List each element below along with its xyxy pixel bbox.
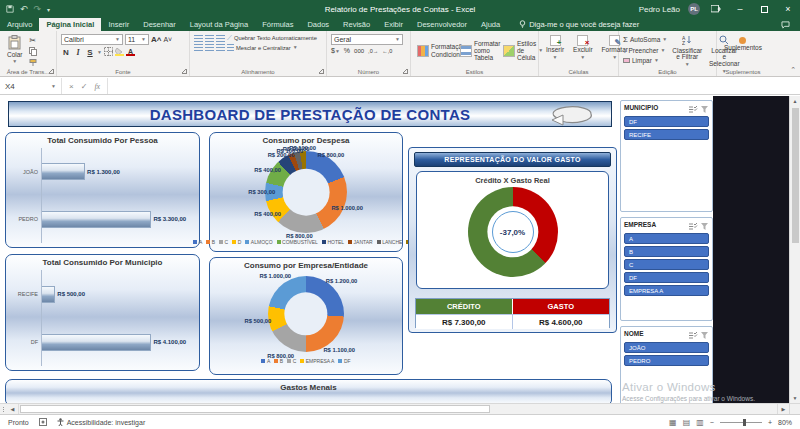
slicer-item[interactable]: PEDRO	[624, 355, 709, 366]
copy-icon[interactable]	[29, 47, 37, 57]
font-color-icon[interactable]: A	[126, 48, 135, 56]
menu-tab[interactable]: Desenhar	[136, 18, 183, 31]
scroll-up-icon[interactable]: ▲	[793, 96, 798, 106]
borders-icon[interactable]	[104, 47, 113, 57]
accessibility-status[interactable]: Acessibilidade: investigar	[57, 418, 146, 426]
format-as-table-button[interactable]: Formatar como Tabela▼	[458, 34, 498, 67]
cut-icon[interactable]: ✂	[29, 36, 36, 45]
formula-input[interactable]	[108, 78, 800, 94]
scroll-left-icon[interactable]: ◀	[7, 406, 18, 412]
font-name-select[interactable]: Calibri▼	[61, 34, 123, 45]
menu-tab[interactable]: Fórmulas	[255, 18, 300, 31]
horizontal-scroll-thumb[interactable]	[20, 405, 490, 413]
dashboard-banner[interactable]: DASHBOARD DE PRESTAÇÃO DE CONTAS	[8, 101, 612, 127]
page-layout-view-icon[interactable]: ▤	[683, 418, 691, 427]
indent-icon[interactable]	[227, 44, 234, 51]
multi-select-icon[interactable]	[689, 217, 698, 234]
comment-icon[interactable]	[781, 18, 800, 31]
italic-button[interactable]: I	[73, 48, 83, 57]
align-top-icon[interactable]	[194, 35, 203, 42]
slicer-municipio[interactable]: MUNICIPIODFRECIFE	[620, 100, 713, 212]
insert-cells-button[interactable]: + Inserir▼	[543, 34, 567, 67]
decrease-decimal-icon[interactable]: ←,0	[382, 48, 392, 54]
avatar[interactable]: PL	[688, 3, 700, 15]
cell-styles-button[interactable]: Estilos de Célula▼	[501, 34, 541, 67]
menu-tab[interactable]: Arquivo	[0, 18, 39, 31]
restore-button[interactable]	[756, 0, 772, 18]
align-bottom-icon[interactable]	[216, 35, 225, 42]
slicer-item[interactable]: JOÃO	[624, 342, 709, 353]
addins-button[interactable]: Suplementos	[721, 34, 765, 67]
scroll-down-icon[interactable]: ▼	[793, 393, 798, 403]
format-painter-icon[interactable]	[29, 59, 37, 68]
percent-icon[interactable]: %	[344, 47, 350, 54]
gauge-card[interactable]: Crédito X Gasto Real -37,0%	[416, 171, 609, 289]
multi-select-icon[interactable]	[689, 326, 698, 343]
fill-button[interactable]: ↓Preencher▼	[623, 47, 667, 54]
number-format-select[interactable]: Geral▼	[331, 34, 403, 45]
dialog-launcher-icon[interactable]	[403, 69, 408, 74]
chart-total-por-municipio[interactable]: Total Consumido Por Municipio RECIFER$ 5…	[5, 254, 200, 371]
menu-tab[interactable]: Dados	[300, 18, 336, 31]
zoom-slider[interactable]	[720, 422, 762, 423]
menu-tab[interactable]: Exibir	[377, 18, 410, 31]
orientation-icon[interactable]: ⟋	[227, 34, 232, 42]
menu-tab[interactable]: Layout da Página	[183, 18, 255, 31]
name-box[interactable]: X4▼	[0, 78, 62, 94]
menu-tab[interactable]: Página Inicial	[39, 18, 101, 31]
menu-tab[interactable]: Ajuda	[474, 18, 507, 31]
align-left-icon[interactable]	[194, 44, 203, 51]
clear-filter-icon[interactable]	[701, 217, 709, 234]
slicer-item[interactable]: DF	[624, 116, 709, 127]
slicer-item[interactable]: RECIFE	[624, 129, 709, 140]
menu-tab[interactable]: Desenvolvedor	[410, 18, 474, 31]
delete-cells-button[interactable]: × Excluir▼	[570, 34, 596, 67]
sheet-tab-resize-handle[interactable]	[0, 407, 7, 412]
merge-center-button[interactable]: Mesclar e Centralizar	[236, 45, 291, 51]
currency-icon[interactable]: $▼	[331, 47, 340, 54]
worksheet[interactable]: DASHBOARD DE PRESTAÇÃO DE CONTAS Total C…	[0, 96, 800, 403]
sort-filter-button[interactable]: AZ Classificar e Filtrar▼	[670, 34, 704, 67]
conditional-formatting-button[interactable]: Formatação Condicional▼	[415, 34, 455, 67]
wrap-text-button[interactable]: Quebrar Texto Automaticamente	[234, 35, 317, 41]
menu-tab[interactable]: Revisão	[336, 18, 377, 31]
collapse-ribbon-icon[interactable]: ⌃	[790, 66, 796, 74]
chart-consumo-por-despesa[interactable]: Consumo por Despesa R$ 800,00R$ 1.000,00…	[209, 132, 403, 252]
close-button[interactable]: ×	[780, 0, 796, 18]
slicer-item[interactable]: EMPRESA A	[624, 285, 709, 296]
share-icon[interactable]	[708, 0, 724, 18]
normal-view-icon[interactable]: ▦	[669, 418, 677, 427]
valor-gasto-panel[interactable]: REPRESENTAÇÃO DO VALOR GASTO Crédito X G…	[408, 147, 617, 333]
tell-me-search[interactable]: Diga-me o que você deseja fazer	[519, 18, 639, 31]
redo-icon[interactable]: ↷	[34, 4, 42, 14]
qat-dropdown-icon[interactable]: ▾	[47, 6, 50, 13]
dialog-launcher-icon[interactable]	[182, 69, 187, 74]
fx-icon[interactable]: fx	[94, 82, 100, 91]
zoom-level[interactable]: 80%	[778, 419, 792, 426]
undo-icon[interactable]: ↶	[20, 4, 28, 14]
scroll-right-icon[interactable]: ▶	[778, 406, 789, 412]
page-break-view-icon[interactable]: ▥	[696, 418, 704, 427]
align-middle-icon[interactable]	[205, 35, 214, 42]
minimize-button[interactable]: –	[732, 0, 748, 18]
clear-button[interactable]: Limpar▼	[623, 57, 667, 64]
align-center-icon[interactable]	[205, 44, 214, 51]
increase-font-icon[interactable]: A˄	[151, 35, 161, 44]
underline-dropdown-icon[interactable]: ▼	[97, 50, 102, 55]
zoom-slider-thumb[interactable]	[743, 419, 746, 426]
font-size-select[interactable]: 11▼	[125, 34, 149, 45]
decrease-font-icon[interactable]: A˅	[163, 36, 172, 43]
enter-icon[interactable]: ✓	[81, 82, 88, 91]
dialog-launcher-icon[interactable]	[319, 69, 324, 74]
chart-consumo-por-empresa[interactable]: Consumo por Empresa/Entidade R$ 1.200,00…	[209, 257, 403, 375]
cancel-icon[interactable]: ×	[69, 82, 74, 91]
bold-button[interactable]: N	[61, 48, 71, 57]
slicer-item[interactable]: DF	[624, 272, 709, 283]
dialog-launcher-icon[interactable]	[49, 69, 54, 74]
save-icon[interactable]	[6, 5, 14, 13]
slicer-item[interactable]: C	[624, 259, 709, 270]
comma-icon[interactable]: 000	[354, 48, 364, 54]
chart-total-por-pessoa[interactable]: Total Consumido Por Pessoa JOÃOR$ 1.300,…	[5, 132, 200, 248]
align-right-icon[interactable]	[216, 44, 225, 51]
slicer-empresa[interactable]: EMPRESAABCDFEMPRESA A	[620, 217, 713, 321]
